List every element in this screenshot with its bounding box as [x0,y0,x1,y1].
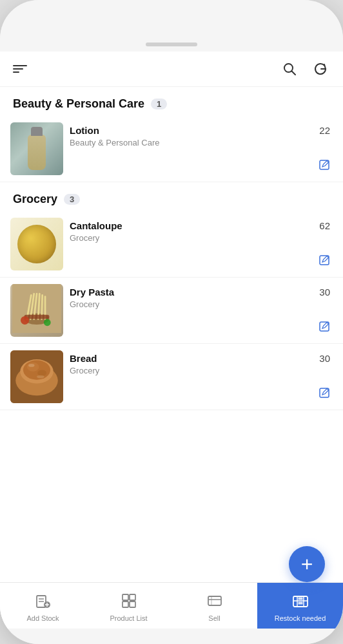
restock-icon [292,592,309,612]
product-name-cantaloupe: Cantaloupe [70,220,300,231]
toolbar-left [10,62,30,75]
phone-frame: Beauty & Personal Care 1 Lotion Beauty &… [0,0,343,644]
search-icon [282,62,297,76]
nav-label-product-list: Product List [110,614,147,622]
svg-rect-42 [298,597,302,600]
svg-rect-35 [208,596,221,605]
pasta-image [10,284,63,337]
product-name-lotion: Lotion [70,125,300,136]
product-right-dry-pasta: 30 [307,284,330,337]
product-name-bread: Bread [70,353,300,364]
svg-point-13 [21,316,29,325]
product-item-dry-pasta: Dry Pasta Grocery 30 [0,278,343,344]
product-info-dry-pasta: Dry Pasta Grocery [63,284,307,337]
product-img-lotion [10,122,63,175]
section-grocery-badge: 3 [64,194,80,205]
product-img-cantaloupe [10,218,63,270]
edit-icon-bread[interactable] [318,387,330,402]
bread-svg [10,350,63,403]
bread-image [10,350,63,403]
filter-line-1 [13,65,27,66]
product-count-lotion: 22 [319,125,330,136]
nav-label-sell: Sell [208,614,220,622]
svg-point-20 [27,363,39,372]
bottom-nav: Add Stock Product List [0,582,343,629]
product-item-cantaloupe: Cantaloupe Grocery 62 [0,211,343,278]
filter-line-2 [13,68,23,70]
nav-item-product-list[interactable]: Product List [86,583,172,629]
svg-rect-31 [122,594,128,600]
sell-icon [206,592,223,612]
nav-label-add-stock: Add Stock [26,614,59,622]
svg-line-1 [292,71,296,75]
product-category-lotion: Beauty & Personal Care [70,138,300,147]
product-name-dry-pasta: Dry Pasta [70,287,300,298]
section-grocery-header: Grocery 3 [0,182,343,211]
add-stock-icon [35,592,52,612]
refresh-button[interactable] [311,59,330,79]
phone-notch [146,43,197,46]
product-right-lotion: 22 [307,122,330,175]
pasta-svg [10,284,63,333]
fab-spacer [0,410,343,455]
product-info-cantaloupe: Cantaloupe Grocery [63,218,307,270]
search-button[interactable] [280,59,299,79]
toolbar-right [280,59,330,79]
add-fab-icon: + [301,553,313,576]
nav-item-add-stock[interactable]: Add Stock [0,583,86,629]
product-info-lotion: Lotion Beauty & Personal Care [63,122,307,175]
edit-icon-cantaloupe[interactable] [318,254,330,269]
svg-rect-43 [298,601,302,604]
product-img-bread [10,350,63,403]
toolbar [0,52,343,87]
refresh-icon [313,62,328,76]
product-count-dry-pasta: 30 [319,287,330,298]
filter-line-3 [13,71,19,73]
svg-rect-34 [130,601,135,607]
filter-icon [13,65,27,73]
svg-point-21 [37,370,46,375]
svg-point-14 [44,319,51,326]
product-category-cantaloupe: Grocery [70,233,300,243]
product-img-dry-pasta [10,284,63,337]
product-right-bread: 30 [307,350,330,403]
product-count-bread: 30 [319,353,330,364]
svg-point-23 [37,375,44,379]
screen: Beauty & Personal Care 1 Lotion Beauty &… [0,52,343,629]
add-fab-button[interactable]: + [289,546,325,582]
product-item-lotion: Lotion Beauty & Personal Care 22 [0,116,343,182]
edit-icon-lotion[interactable] [318,159,330,174]
nav-item-restock-needed[interactable]: Restock needed [257,583,343,629]
product-item-bread: Bread Grocery 30 [0,344,343,410]
cantaloupe-shape [17,225,56,263]
phone-top-bar [0,0,343,52]
product-info-bread: Bread Grocery [63,350,307,403]
edit-icon-dry-pasta[interactable] [318,321,330,336]
product-list-content: Beauty & Personal Care 1 Lotion Beauty &… [0,87,343,582]
nav-item-sell[interactable]: Sell [172,583,257,629]
section-beauty-title: Beauty & Personal Care [13,97,144,111]
nav-label-restock-needed: Restock needed [275,614,326,622]
svg-rect-33 [122,601,128,607]
lotion-image [10,122,63,175]
product-list-icon [121,592,137,612]
section-grocery-title: Grocery [13,193,57,206]
product-category-bread: Grocery [70,366,300,375]
filter-button[interactable] [10,62,30,75]
phone-bottom-bar [0,629,343,644]
svg-rect-4 [12,284,61,333]
svg-point-22 [28,364,34,367]
section-beauty-badge: 1 [151,99,167,109]
product-category-dry-pasta: Grocery [70,299,300,309]
svg-rect-32 [130,594,135,600]
product-right-cantaloupe: 62 [307,218,330,270]
cantaloupe-image [10,218,63,270]
product-count-cantaloupe: 62 [319,220,330,231]
lotion-bottle-shape [28,135,46,170]
section-beauty-header: Beauty & Personal Care 1 [0,87,343,116]
